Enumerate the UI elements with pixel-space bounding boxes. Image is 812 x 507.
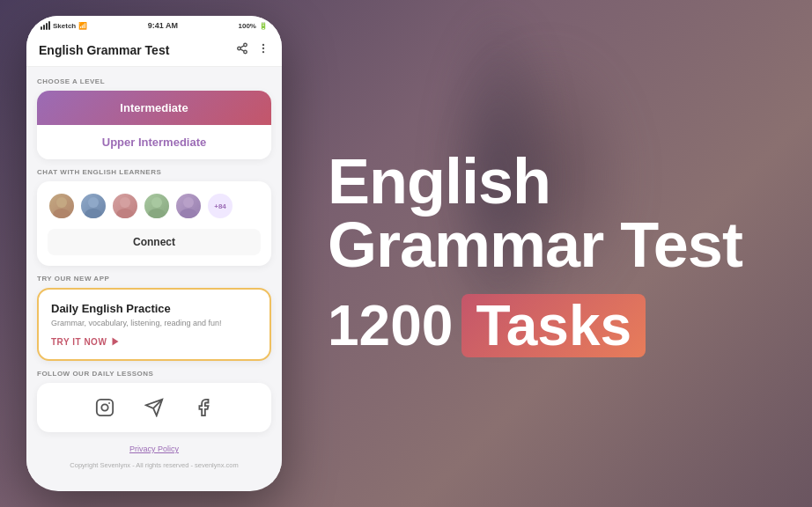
- avatar-2: [79, 192, 107, 220]
- tasks-row: 1200 Tasks: [328, 294, 786, 357]
- status-time: 9:41 AM: [148, 21, 178, 30]
- main-title: English Grammar Test: [328, 150, 786, 276]
- connect-button[interactable]: Connect: [48, 229, 261, 255]
- intermediate-button[interactable]: Intermediate: [37, 91, 271, 125]
- header-icons: [236, 42, 269, 57]
- tasks-count: 1200: [328, 298, 453, 354]
- chat-section-label: CHAT WITH ENGLISH LEARNERS: [37, 168, 271, 176]
- svg-point-9: [53, 209, 70, 218]
- svg-point-20: [101, 404, 107, 410]
- menu-icon[interactable]: [257, 42, 269, 57]
- avatar-1: [48, 192, 76, 220]
- avatar-3: [111, 192, 139, 220]
- svg-point-1: [238, 47, 241, 50]
- follow-section-label: FOLLOW OUR DAILY LESSONS: [37, 370, 271, 378]
- phone-screen: Sketch 📶 9:41 AM 100% 🔋 English Grammar …: [26, 16, 282, 491]
- carrier-label: Sketch: [53, 22, 76, 30]
- svg-point-14: [151, 197, 162, 208]
- svg-point-7: [262, 51, 264, 53]
- svg-line-3: [240, 49, 244, 51]
- title-line-1: English: [328, 146, 550, 217]
- app-title: English Grammar Test: [39, 43, 169, 57]
- status-right: 100% 🔋: [239, 22, 268, 30]
- svg-point-13: [116, 209, 134, 218]
- svg-point-21: [108, 402, 110, 404]
- follow-card: [37, 383, 271, 432]
- battery-label: 100%: [239, 22, 256, 30]
- signal-bar-4: [48, 21, 50, 30]
- signal-bars: [41, 21, 50, 30]
- right-content: English Grammar Test 1200 Tasks: [328, 150, 786, 357]
- svg-point-11: [85, 209, 102, 218]
- footer: Privacy Policy Copyright Sevenlynx - All…: [37, 441, 271, 474]
- svg-rect-19: [97, 400, 113, 415]
- svg-point-12: [120, 197, 130, 208]
- social-icons-row: [48, 393, 261, 422]
- instagram-icon[interactable]: [91, 393, 119, 422]
- avatar-4: [143, 192, 171, 220]
- new-app-title: Daily English Practice: [51, 302, 257, 315]
- wifi-icon: 📶: [78, 22, 87, 30]
- avatars-row: +84: [48, 192, 261, 220]
- new-app-card: Daily English Practice Grammar, vocabula…: [37, 288, 271, 361]
- title-line-2: Grammar Test: [328, 209, 742, 280]
- share-icon[interactable]: [236, 42, 248, 57]
- chat-card: +84 Connect: [37, 181, 271, 266]
- app-header: English Grammar Test: [26, 35, 282, 67]
- svg-point-15: [148, 209, 166, 218]
- facebook-icon[interactable]: [189, 393, 218, 422]
- svg-point-16: [183, 197, 194, 208]
- svg-point-0: [244, 43, 247, 47]
- svg-point-5: [262, 44, 264, 46]
- status-bar: Sketch 📶 9:41 AM 100% 🔋: [26, 16, 282, 35]
- tasks-label: Tasks: [461, 294, 646, 357]
- upper-intermediate-button[interactable]: Upper Intermediate: [37, 125, 271, 159]
- try-it-now-button[interactable]: TRY IT NOW: [51, 336, 121, 347]
- copyright-text: Copyright Sevenlynx - All rights reserve…: [70, 461, 238, 469]
- svg-marker-18: [113, 338, 119, 346]
- signal-bar-2: [43, 25, 45, 30]
- svg-point-8: [56, 197, 67, 208]
- signal-bar-1: [41, 26, 42, 30]
- level-card: Intermediate Upper Intermediate: [37, 91, 271, 159]
- new-app-description: Grammar, vocabulary, listening, reading …: [51, 319, 257, 327]
- avatar-5: [174, 192, 203, 220]
- svg-line-4: [240, 46, 244, 48]
- svg-point-6: [262, 48, 264, 49]
- phone-mockup: Sketch 📶 9:41 AM 100% 🔋 English Grammar …: [26, 16, 282, 491]
- signal-bar-3: [46, 23, 48, 30]
- telegram-icon[interactable]: [140, 393, 168, 422]
- svg-point-2: [244, 50, 247, 54]
- level-section-label: CHOOSE A LEVEL: [37, 77, 271, 85]
- svg-point-10: [88, 197, 99, 208]
- app-content: CHOOSE A LEVEL Intermediate Upper Interm…: [26, 67, 282, 485]
- new-app-section-label: TRY OUR NEW APP: [37, 275, 271, 283]
- privacy-policy-link[interactable]: Privacy Policy: [37, 445, 271, 453]
- avatar-more-count: +84: [206, 192, 234, 220]
- status-left: Sketch 📶: [41, 21, 87, 30]
- battery-icon: 🔋: [259, 22, 268, 30]
- svg-point-17: [180, 209, 197, 218]
